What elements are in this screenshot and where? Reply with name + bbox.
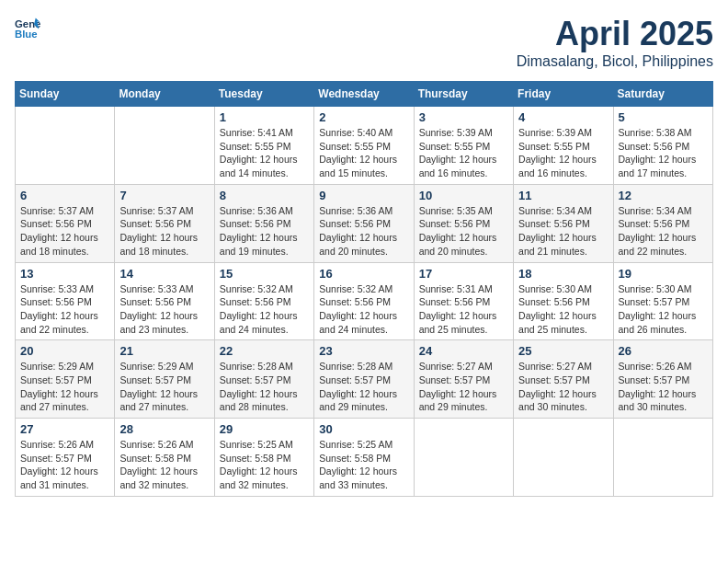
day-number: 11 xyxy=(518,189,608,202)
day-number: 25 xyxy=(518,344,608,358)
day-info: Sunrise: 5:33 AM Sunset: 5:56 PM Dayligh… xyxy=(20,282,109,337)
calendar-day-cell: 28Sunrise: 5:26 AM Sunset: 5:58 PM Dayli… xyxy=(115,419,214,497)
calendar-day-cell: 21Sunrise: 5:29 AM Sunset: 5:57 PM Dayli… xyxy=(115,340,214,419)
day-info: Sunrise: 5:29 AM Sunset: 5:57 PM Dayligh… xyxy=(119,360,209,414)
calendar-header-cell: Thursday xyxy=(414,82,513,107)
day-number: 22 xyxy=(220,344,309,358)
calendar-day-cell: 5Sunrise: 5:38 AM Sunset: 5:56 PM Daylig… xyxy=(613,107,712,185)
day-info: Sunrise: 5:30 AM Sunset: 5:57 PM Dayligh… xyxy=(619,282,708,337)
day-info: Sunrise: 5:35 AM Sunset: 5:56 PM Dayligh… xyxy=(419,204,508,259)
calendar-day-cell: 4Sunrise: 5:39 AM Sunset: 5:55 PM Daylig… xyxy=(514,107,613,185)
calendar-day-cell: 17Sunrise: 5:31 AM Sunset: 5:56 PM Dayli… xyxy=(414,262,513,340)
calendar-day-cell: 11Sunrise: 5:34 AM Sunset: 5:56 PM Dayli… xyxy=(514,184,613,262)
day-info: Sunrise: 5:29 AM Sunset: 5:57 PM Dayligh… xyxy=(20,360,109,414)
day-info: Sunrise: 5:34 AM Sunset: 5:56 PM Dayligh… xyxy=(619,204,708,259)
logo-icon: General Blue xyxy=(15,15,40,40)
calendar-day-cell: 20Sunrise: 5:29 AM Sunset: 5:57 PM Dayli… xyxy=(16,340,115,419)
day-info: Sunrise: 5:38 AM Sunset: 5:56 PM Dayligh… xyxy=(619,126,708,180)
day-number: 19 xyxy=(619,267,708,281)
day-number: 17 xyxy=(419,267,508,281)
calendar-day-cell: 16Sunrise: 5:32 AM Sunset: 5:56 PM Dayli… xyxy=(314,262,414,340)
day-info: Sunrise: 5:36 AM Sunset: 5:56 PM Dayligh… xyxy=(319,204,408,259)
calendar-header-cell: Friday xyxy=(514,82,613,107)
day-number: 21 xyxy=(119,344,209,358)
calendar-day-cell: 6Sunrise: 5:37 AM Sunset: 5:56 PM Daylig… xyxy=(16,184,115,262)
calendar-week-row: 20Sunrise: 5:29 AM Sunset: 5:57 PM Dayli… xyxy=(16,340,713,419)
day-number: 7 xyxy=(119,189,209,202)
day-number: 28 xyxy=(119,422,209,436)
calendar-day-cell: 10Sunrise: 5:35 AM Sunset: 5:56 PM Dayli… xyxy=(414,184,513,262)
calendar-day-cell: 7Sunrise: 5:37 AM Sunset: 5:56 PM Daylig… xyxy=(115,184,214,262)
day-info: Sunrise: 5:26 AM Sunset: 5:57 PM Dayligh… xyxy=(20,438,109,492)
calendar-header-cell: Wednesday xyxy=(314,82,414,107)
day-number: 18 xyxy=(518,267,608,281)
calendar-day-cell: 2Sunrise: 5:40 AM Sunset: 5:55 PM Daylig… xyxy=(314,107,414,185)
calendar-day-cell: 1Sunrise: 5:41 AM Sunset: 5:55 PM Daylig… xyxy=(214,107,313,185)
calendar-header-cell: Tuesday xyxy=(214,82,313,107)
day-number: 15 xyxy=(220,267,309,281)
day-number: 29 xyxy=(220,422,309,436)
page-header: General Blue April 2025 Dimasalang, Bico… xyxy=(15,15,713,70)
calendar-day-cell: 30Sunrise: 5:25 AM Sunset: 5:58 PM Dayli… xyxy=(314,419,414,497)
day-info: Sunrise: 5:39 AM Sunset: 5:55 PM Dayligh… xyxy=(419,126,508,180)
day-number: 3 xyxy=(419,110,508,124)
day-number: 6 xyxy=(20,189,109,202)
calendar-day-cell: 12Sunrise: 5:34 AM Sunset: 5:56 PM Dayli… xyxy=(613,184,712,262)
calendar-day-cell xyxy=(115,107,214,185)
day-info: Sunrise: 5:26 AM Sunset: 5:58 PM Dayligh… xyxy=(119,438,209,492)
calendar-week-row: 27Sunrise: 5:26 AM Sunset: 5:57 PM Dayli… xyxy=(16,419,713,497)
day-info: Sunrise: 5:25 AM Sunset: 5:58 PM Dayligh… xyxy=(319,438,408,492)
calendar-day-cell: 9Sunrise: 5:36 AM Sunset: 5:56 PM Daylig… xyxy=(314,184,414,262)
day-info: Sunrise: 5:41 AM Sunset: 5:55 PM Dayligh… xyxy=(220,126,309,180)
day-info: Sunrise: 5:40 AM Sunset: 5:55 PM Dayligh… xyxy=(319,126,408,180)
calendar-header-cell: Saturday xyxy=(613,82,712,107)
day-info: Sunrise: 5:27 AM Sunset: 5:57 PM Dayligh… xyxy=(518,360,608,414)
day-info: Sunrise: 5:28 AM Sunset: 5:57 PM Dayligh… xyxy=(220,360,309,414)
day-info: Sunrise: 5:30 AM Sunset: 5:56 PM Dayligh… xyxy=(518,282,608,337)
day-info: Sunrise: 5:34 AM Sunset: 5:56 PM Dayligh… xyxy=(518,204,608,259)
day-info: Sunrise: 5:39 AM Sunset: 5:55 PM Dayligh… xyxy=(518,126,608,180)
calendar-body: 1Sunrise: 5:41 AM Sunset: 5:55 PM Daylig… xyxy=(16,107,713,497)
day-info: Sunrise: 5:26 AM Sunset: 5:57 PM Dayligh… xyxy=(619,360,708,414)
calendar-header-row: SundayMondayTuesdayWednesdayThursdayFrid… xyxy=(16,82,713,107)
calendar-day-cell: 8Sunrise: 5:36 AM Sunset: 5:56 PM Daylig… xyxy=(214,184,313,262)
day-number: 8 xyxy=(220,189,309,202)
calendar-day-cell: 15Sunrise: 5:32 AM Sunset: 5:56 PM Dayli… xyxy=(214,262,313,340)
main-title: April 2025 xyxy=(517,15,713,53)
calendar-week-row: 1Sunrise: 5:41 AM Sunset: 5:55 PM Daylig… xyxy=(16,107,713,185)
calendar-day-cell: 13Sunrise: 5:33 AM Sunset: 5:56 PM Dayli… xyxy=(16,262,115,340)
calendar-day-cell: 3Sunrise: 5:39 AM Sunset: 5:55 PM Daylig… xyxy=(414,107,513,185)
calendar-day-cell xyxy=(514,419,613,497)
day-number: 5 xyxy=(619,110,708,124)
day-info: Sunrise: 5:28 AM Sunset: 5:57 PM Dayligh… xyxy=(319,360,408,414)
day-info: Sunrise: 5:37 AM Sunset: 5:56 PM Dayligh… xyxy=(20,204,109,259)
day-number: 24 xyxy=(419,344,508,358)
day-number: 1 xyxy=(220,110,309,124)
day-info: Sunrise: 5:37 AM Sunset: 5:56 PM Dayligh… xyxy=(119,204,209,259)
calendar-header-cell: Monday xyxy=(115,82,214,107)
day-number: 4 xyxy=(518,110,608,124)
day-info: Sunrise: 5:31 AM Sunset: 5:56 PM Dayligh… xyxy=(419,282,508,337)
calendar-day-cell: 27Sunrise: 5:26 AM Sunset: 5:57 PM Dayli… xyxy=(16,419,115,497)
day-number: 14 xyxy=(119,267,209,281)
calendar-day-cell: 22Sunrise: 5:28 AM Sunset: 5:57 PM Dayli… xyxy=(214,340,313,419)
svg-text:Blue: Blue xyxy=(15,29,38,40)
subtitle: Dimasalang, Bicol, Philippines xyxy=(517,53,713,70)
calendar-day-cell: 29Sunrise: 5:25 AM Sunset: 5:58 PM Dayli… xyxy=(214,419,313,497)
day-number: 12 xyxy=(619,189,708,202)
calendar-day-cell: 19Sunrise: 5:30 AM Sunset: 5:57 PM Dayli… xyxy=(613,262,712,340)
day-info: Sunrise: 5:27 AM Sunset: 5:57 PM Dayligh… xyxy=(419,360,508,414)
calendar-week-row: 13Sunrise: 5:33 AM Sunset: 5:56 PM Dayli… xyxy=(16,262,713,340)
day-number: 9 xyxy=(319,189,408,202)
day-number: 13 xyxy=(20,267,109,281)
day-number: 2 xyxy=(319,110,408,124)
calendar-header-cell: Sunday xyxy=(16,82,115,107)
calendar-day-cell xyxy=(16,107,115,185)
calendar-week-row: 6Sunrise: 5:37 AM Sunset: 5:56 PM Daylig… xyxy=(16,184,713,262)
calendar-day-cell xyxy=(613,419,712,497)
day-info: Sunrise: 5:33 AM Sunset: 5:56 PM Dayligh… xyxy=(119,282,209,337)
calendar-day-cell: 23Sunrise: 5:28 AM Sunset: 5:57 PM Dayli… xyxy=(314,340,414,419)
calendar-day-cell: 18Sunrise: 5:30 AM Sunset: 5:56 PM Dayli… xyxy=(514,262,613,340)
calendar-day-cell: 26Sunrise: 5:26 AM Sunset: 5:57 PM Dayli… xyxy=(613,340,712,419)
title-area: April 2025 Dimasalang, Bicol, Philippine… xyxy=(517,15,713,70)
